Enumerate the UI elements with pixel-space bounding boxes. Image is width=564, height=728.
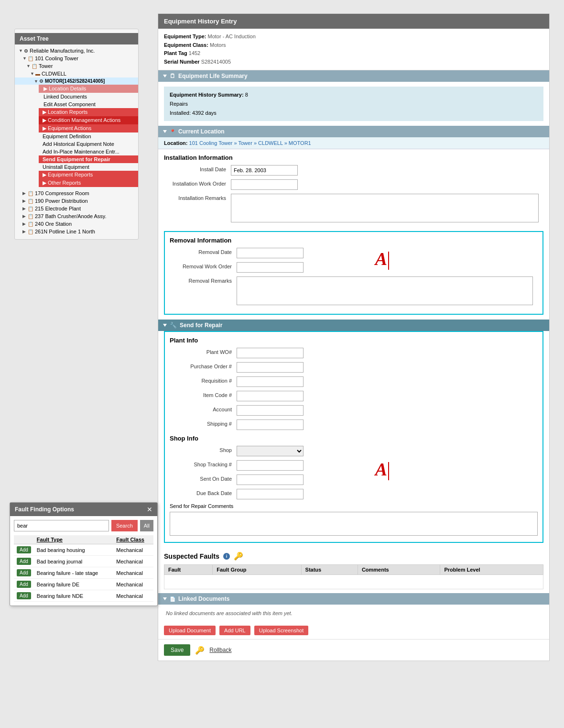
ctx-add-maint[interactable]: Add In-Place Maintenance Entr... xyxy=(39,148,138,155)
plant-wo-input[interactable] xyxy=(237,348,304,358)
fault-add-btn-2[interactable]: Add xyxy=(17,569,31,576)
send-repair-header[interactable]: 🔧 Send for Repair xyxy=(158,320,549,331)
ctx-uninstall[interactable]: Uninstall Equipment xyxy=(39,163,138,171)
fault-class-col-header: Fault Class xyxy=(113,535,153,544)
add-url-btn[interactable]: Add URL xyxy=(219,626,250,635)
tree-item-compressor[interactable]: ▶ 📋 170 Compressor Room xyxy=(15,189,138,197)
suspected-faults-add-icon[interactable]: 🔑 xyxy=(234,552,243,561)
save-button[interactable]: Save xyxy=(164,644,190,656)
install-date-row: Install Date xyxy=(164,165,543,176)
install-work-order-label: Installation Work Order xyxy=(164,179,231,187)
ctx-label-docs: Linked Documents xyxy=(43,94,87,99)
suspected-faults-info-icon[interactable]: i xyxy=(223,553,230,560)
life-summary-title: Equipment Life Summary xyxy=(178,73,248,79)
ctx-equip-def[interactable]: Equipment Definition xyxy=(39,132,138,140)
account-input[interactable] xyxy=(237,405,304,416)
fault-type-cell: Bearing failure NDE xyxy=(34,590,113,602)
sent-on-input[interactable] xyxy=(237,474,304,485)
plant-wo-label: Plant WO# xyxy=(170,348,237,355)
upload-document-btn[interactable]: Upload Document xyxy=(164,626,216,635)
ctx-equipment-actions[interactable]: ▶ Equipment Actions xyxy=(39,124,138,132)
fault-add-btn-1[interactable]: Add xyxy=(17,558,31,565)
removal-date-input[interactable] xyxy=(237,248,304,258)
ctx-equip-reports[interactable]: ▶ Equipment Reports xyxy=(39,171,138,179)
shop-select[interactable] xyxy=(237,446,304,456)
item-code-input[interactable] xyxy=(237,391,304,401)
tree-context-linked-docs[interactable]: Linked Documents xyxy=(39,93,138,100)
requisition-row: Requisition # xyxy=(170,376,538,387)
upload-screenshot-btn[interactable]: Upload Screenshot xyxy=(254,626,309,635)
install-remarks-label: Installation Remarks xyxy=(164,194,231,201)
repair-comments-textarea[interactable] xyxy=(170,512,538,536)
plant-info-title: Plant Info xyxy=(170,337,538,344)
fault-search-btn[interactable]: Search xyxy=(111,520,138,531)
ctx-other-reports[interactable]: ▶ Other Reports xyxy=(39,179,138,187)
history-summary-label: Equipment History Summary: xyxy=(170,92,244,98)
fault-panel-close-btn[interactable]: ✕ xyxy=(147,506,152,513)
purchase-order-row: Purchase Order # xyxy=(170,362,538,373)
fault-col-add-header xyxy=(14,535,34,544)
fault-row: Add Bad bearing journal Mechanical xyxy=(14,556,153,567)
install-work-order-input[interactable] xyxy=(231,179,298,190)
tree-item-cooling-tower[interactable]: ▼ 📋 101 Cooling Tower xyxy=(15,55,138,62)
faults-empty-row xyxy=(164,575,543,589)
panel-header: Equipment History Entry xyxy=(158,14,549,29)
requisition-input[interactable] xyxy=(237,376,304,387)
fault-search-input[interactable] xyxy=(14,520,109,531)
tree-item-motor[interactable]: ▼ ⚙ MOTOR[1452/S282414005] xyxy=(15,77,138,85)
linked-docs-header[interactable]: 📄 Linked Documents xyxy=(158,593,549,605)
fault-all-btn[interactable]: All xyxy=(140,520,153,531)
tree-item-cldwell[interactable]: ▼ ▬ CLDWELL xyxy=(15,70,138,77)
tree-item-tower[interactable]: ▼ 📋 Tower xyxy=(15,62,138,70)
tree-item-potline[interactable]: ▶ 📋 261N Potline Line 1 North xyxy=(15,228,138,235)
life-summary-icon: 🗒 xyxy=(170,73,175,79)
fault-add-btn-3[interactable]: Add xyxy=(17,581,31,588)
repairs-label: Repairs xyxy=(170,99,538,109)
removal-work-order-input[interactable] xyxy=(237,262,304,273)
install-work-order-row: Installation Work Order xyxy=(164,179,543,190)
item-code-row: Item Code # xyxy=(170,391,538,401)
tree-icon-tower: 📋 xyxy=(32,64,37,69)
fault-add-btn-0[interactable]: Add xyxy=(17,546,31,553)
tree-item-reliable[interactable]: ▼ ⚙ Reliable Manufacturing, Inc. xyxy=(15,47,138,55)
removal-remarks-textarea[interactable] xyxy=(237,276,533,305)
install-remarks-textarea[interactable] xyxy=(231,194,539,222)
ctx-condition-mgmt[interactable]: ▶ Condition Management Actions xyxy=(39,116,138,124)
tree-label-potline: 261N Potline Line 1 North xyxy=(35,229,95,234)
meta-plant-tag-label: Plant Tag xyxy=(164,50,187,56)
fault-panel-header: Fault Finding Options ✕ xyxy=(10,503,157,516)
removal-remarks-label: Removal Remarks xyxy=(170,276,237,284)
fault-class-cell: Mechanical xyxy=(113,579,153,590)
current-location-header[interactable]: 📍 Current Location xyxy=(158,126,549,137)
doc-buttons-row: Upload Document Add URL Upload Screensho… xyxy=(158,622,549,639)
ctx-location-reports[interactable]: ▶ Location Reports xyxy=(39,108,138,116)
shop-label: Shop xyxy=(170,446,237,453)
due-back-input[interactable] xyxy=(237,489,304,499)
install-date-input[interactable] xyxy=(231,165,298,176)
current-location-title: Current Location xyxy=(178,128,225,135)
removal-info-box: Removal Information Removal Date Removal… xyxy=(164,231,543,315)
footer-key-icon[interactable]: 🔑 xyxy=(195,646,205,655)
rollback-button[interactable]: Rollback xyxy=(209,647,231,653)
tree-label-motor: MOTOR[1452/S282414005] xyxy=(45,78,105,84)
tree-item-electrode[interactable]: ▶ 📋 215 Electrode Plant xyxy=(15,205,138,212)
tree-item-ore[interactable]: ▶ 📋 240 Ore Station xyxy=(15,220,138,228)
tree-item-power[interactable]: ▶ 📋 190 Power Distribution xyxy=(15,197,138,205)
shipping-input[interactable] xyxy=(237,419,304,430)
fault-add-btn-4[interactable]: Add xyxy=(17,592,31,599)
shipping-label: Shipping # xyxy=(170,419,237,427)
tree-context-location-details[interactable]: ▶ Location Details xyxy=(39,85,138,93)
fault-col-comments: Comments xyxy=(358,565,440,575)
linked-docs-collapse-icon xyxy=(163,597,167,600)
tree-context-edit-asset[interactable]: Edit Asset Component xyxy=(39,100,138,108)
meta-serial-label: Serial Number xyxy=(164,59,200,65)
fault-type-cell: Bad bearing journal xyxy=(34,556,113,567)
ctx-add-hist-note[interactable]: Add Historical Equipment Note xyxy=(39,140,138,148)
tree-icon-reliable: ⚙ xyxy=(24,48,28,54)
shop-tracking-input[interactable] xyxy=(237,460,304,471)
tree-item-bath[interactable]: ▶ 📋 237 Bath Crusher/Anode Assy. xyxy=(15,212,138,220)
removal-date-row: Removal Date xyxy=(170,248,538,258)
purchase-order-input[interactable] xyxy=(237,362,304,373)
life-summary-header[interactable]: 🗒 Equipment Life Summary xyxy=(158,70,549,82)
ctx-send-repair[interactable]: Send Equipment for Repair xyxy=(39,155,138,163)
